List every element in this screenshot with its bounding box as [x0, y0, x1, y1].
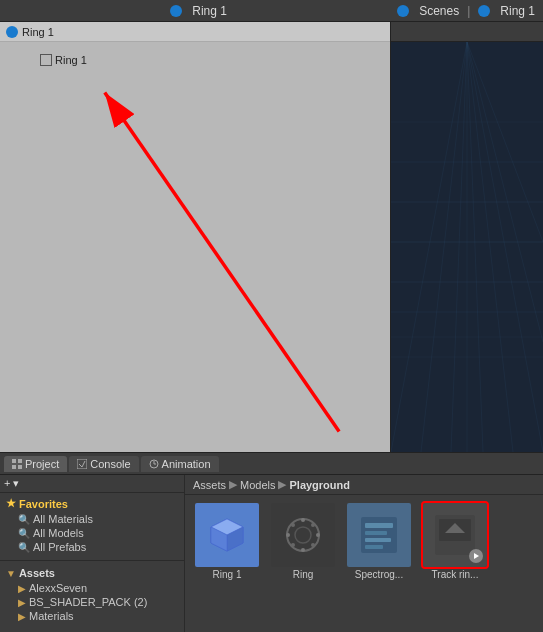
- sidebar-item-alexxseven[interactable]: ▶ AlexxSeven: [6, 581, 178, 595]
- svg-point-37: [286, 533, 290, 537]
- ring-label-text: Ring 1: [55, 54, 87, 66]
- asset-thumb-ring: [271, 503, 335, 567]
- asset-thumb-ring1: [195, 503, 259, 567]
- materials-folder-icon: ▶: [18, 611, 26, 622]
- favorites-label: Favorites: [19, 498, 68, 510]
- scenes-label: Scenes: [419, 4, 459, 18]
- svg-point-34: [295, 527, 311, 543]
- sidebar-item-all-materials[interactable]: 🔍 All Materials: [6, 512, 178, 526]
- top-bar-center: Ring 1: [0, 4, 397, 18]
- svg-line-14: [467, 42, 483, 452]
- breadcrumb-playground[interactable]: Playground: [289, 479, 350, 491]
- breadcrumb-assets[interactable]: Assets: [193, 479, 226, 491]
- console-icon: [77, 459, 87, 469]
- svg-rect-22: [18, 465, 22, 469]
- svg-point-40: [311, 523, 315, 527]
- window-title: Ring 1: [192, 4, 227, 18]
- svg-point-42: [311, 543, 315, 547]
- sidebar-item-materials[interactable]: ▶ Materials: [6, 609, 178, 623]
- scene-content: Ring 1: [0, 42, 390, 452]
- game-grid-svg: [391, 42, 543, 452]
- svg-line-10: [391, 42, 467, 452]
- asset-label-ring: Ring: [293, 569, 314, 580]
- search-icon-materials: 🔍: [18, 514, 30, 525]
- tab-console[interactable]: Console: [69, 456, 138, 472]
- asset-ring1[interactable]: Ring 1: [193, 503, 261, 580]
- play-triangle: [474, 553, 479, 559]
- svg-rect-47: [365, 545, 383, 549]
- asset-label-trackfin: Track rin...: [432, 569, 479, 580]
- game-tab: [391, 22, 543, 42]
- add-bar: + ▾: [0, 475, 184, 493]
- ring-object-label: Ring 1: [40, 54, 87, 66]
- cube-icon: [170, 5, 182, 17]
- sidebar-item-bs-shader-pack[interactable]: ▶ BS_SHADER_PACK (2): [6, 595, 178, 609]
- all-materials-label: All Materials: [33, 513, 93, 525]
- game-content: [391, 42, 543, 452]
- tab-project[interactable]: Project: [4, 456, 67, 472]
- add-button[interactable]: + ▾: [4, 477, 19, 490]
- asset-ring[interactable]: Ring: [269, 503, 337, 580]
- search-icon-prefabs: 🔍: [18, 542, 30, 553]
- svg-line-1: [105, 92, 339, 431]
- asset-label-spectrog: Spectrog...: [355, 569, 403, 580]
- svg-line-12: [451, 42, 467, 452]
- scene-tab-label: Ring 1: [22, 26, 54, 38]
- animation-icon: [149, 459, 159, 469]
- top-bar-right: Scenes | Ring 1: [397, 4, 543, 18]
- assets-folder-icon: ▼: [6, 568, 16, 579]
- top-bar: Ring 1 Scenes | Ring 1: [0, 0, 543, 22]
- svg-rect-23: [77, 459, 87, 469]
- svg-line-17: [467, 42, 543, 342]
- play-badge: [469, 549, 483, 563]
- svg-rect-45: [365, 531, 387, 535]
- svg-line-16: [467, 42, 543, 452]
- game-view: [391, 22, 543, 452]
- bsshader-folder-icon: ▶: [18, 597, 26, 608]
- bottom-tabs: Project Console Animation: [0, 453, 543, 475]
- svg-rect-21: [12, 465, 16, 469]
- tab-project-label: Project: [25, 458, 59, 470]
- svg-rect-46: [365, 538, 391, 542]
- star-icon: ★: [6, 497, 16, 510]
- scene-tab-icon: [6, 26, 18, 38]
- scenes-cube-icon: [397, 5, 409, 17]
- ring1-cube-icon: [478, 5, 490, 17]
- right-content: Assets ▶ Models ▶ Playground: [185, 475, 543, 632]
- scene-tab[interactable]: Ring 1: [0, 22, 390, 42]
- svg-line-15: [467, 42, 513, 452]
- alexxseven-label: AlexxSeven: [29, 582, 87, 594]
- favorites-section: ★ Favorites 🔍 All Materials 🔍 All Models…: [0, 493, 184, 558]
- svg-rect-19: [12, 459, 16, 463]
- ring-cube-icon: [40, 54, 52, 66]
- ring1-tab-label: Ring 1: [500, 4, 535, 18]
- sidebar-item-all-prefabs[interactable]: 🔍 All Prefabs: [6, 540, 178, 554]
- asset-trackfin[interactable]: Track rin...: [421, 503, 489, 580]
- assets-section: ▼ Assets ▶ AlexxSeven ▶ BS_SHADER_PACK (…: [0, 563, 184, 627]
- svg-point-36: [301, 548, 305, 552]
- spectrog-svg: [357, 513, 401, 557]
- breadcrumb-arrow-1: ▶: [229, 478, 237, 491]
- asset-thumb-spectrog: [347, 503, 411, 567]
- ring-svg: [281, 513, 325, 557]
- breadcrumb-models[interactable]: Models: [240, 479, 275, 491]
- grid-icon: [12, 459, 22, 469]
- main-area: Ring 1 Ring 1: [0, 22, 543, 452]
- panel-content: + ▾ ★ Favorites 🔍 All Materials 🔍 All Mo…: [0, 475, 543, 632]
- left-sidebar: + ▾ ★ Favorites 🔍 All Materials 🔍 All Mo…: [0, 475, 185, 632]
- tab-animation-label: Animation: [162, 458, 211, 470]
- search-icon-models: 🔍: [18, 528, 30, 539]
- tab-animation[interactable]: Animation: [141, 456, 219, 472]
- favorites-title: ★ Favorites: [6, 497, 178, 510]
- scene-view: Ring 1 Ring 1: [0, 22, 391, 452]
- all-prefabs-label: All Prefabs: [33, 541, 86, 553]
- svg-rect-44: [365, 523, 393, 528]
- asset-grid: Ring 1: [185, 495, 543, 588]
- svg-line-25: [82, 461, 85, 467]
- svg-point-38: [316, 533, 320, 537]
- sidebar-item-all-models[interactable]: 🔍 All Models: [6, 526, 178, 540]
- asset-spectrog[interactable]: Spectrog...: [345, 503, 413, 580]
- sidebar-divider: [0, 560, 184, 561]
- tab-console-label: Console: [90, 458, 130, 470]
- red-arrow: [0, 42, 390, 452]
